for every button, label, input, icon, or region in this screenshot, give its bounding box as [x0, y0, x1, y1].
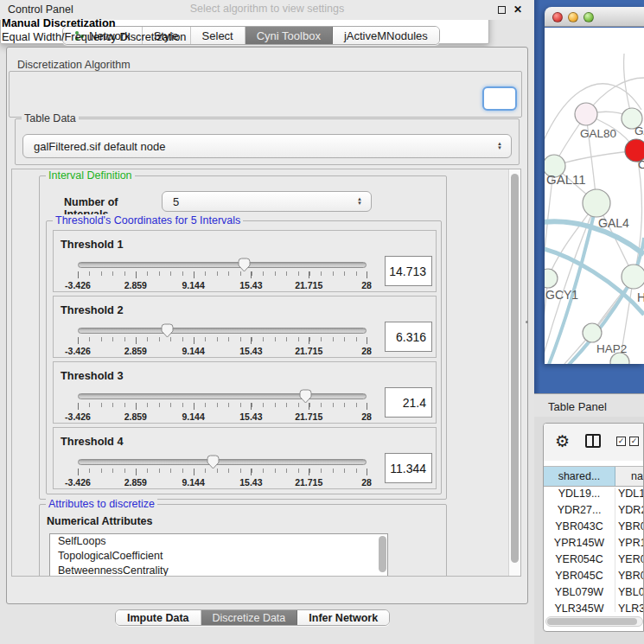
table-header-row: shared... na	[544, 466, 644, 487]
interval-definition-group: Interval Definition Number of Intervals …	[39, 175, 447, 500]
list-item[interactable]: TopologicalCoefficient	[50, 549, 387, 564]
table-row[interactable]: YPR145WYPR14	[544, 537, 644, 553]
tick-label: 28	[361, 280, 372, 290]
major-tick	[309, 337, 309, 344]
threshold-slider[interactable]: -3.4262.8599.14415.4321.71528	[78, 391, 367, 422]
node-label-c: C	[638, 158, 644, 171]
node-hap2[interactable]	[583, 323, 602, 342]
node-gal80[interactable]	[575, 103, 597, 125]
major-tick	[309, 271, 309, 278]
gear-icon[interactable]: ⚙	[555, 431, 570, 451]
algorithm-combobox-focus-ring[interactable]	[482, 86, 517, 111]
major-tick	[309, 403, 309, 410]
slider-track[interactable]	[78, 328, 367, 334]
table-row[interactable]: YLR345WYLR34	[544, 603, 644, 612]
table-row[interactable]: YBR043CYBR04	[544, 520, 644, 537]
tab-select[interactable]: Select	[191, 27, 245, 44]
slider-track[interactable]	[78, 262, 367, 268]
tick-label: 21.715	[295, 411, 322, 422]
slider-minor-ticks	[78, 337, 367, 345]
table-row[interactable]: YDL19...YDL19	[544, 488, 644, 504]
numerical-attributes-list[interactable]: SelfLoops TopologicalCoefficient Between…	[49, 533, 388, 577]
tab-impute-data[interactable]: Impute Data	[116, 610, 201, 625]
tick-label: -3.426	[65, 346, 91, 356]
major-tick	[367, 469, 367, 475]
tab-cyni-toolbox[interactable]: Cyni Toolbox	[245, 27, 333, 44]
table-data-combobox[interactable]: galFiltered.sif default node ▲▼	[22, 134, 512, 158]
slider-track[interactable]	[78, 459, 367, 465]
table-row[interactable]: YER054CYER05	[544, 553, 644, 570]
threshold-value-field[interactable]: 6.316	[385, 322, 432, 352]
major-tick	[251, 403, 252, 410]
major-tick	[136, 403, 137, 410]
network-view-window: GAL80 GA C GAL11 GAL4 GCY1 H HAP2	[545, 7, 644, 364]
slider-thumb[interactable]	[299, 389, 312, 404]
slider-thumb[interactable]	[161, 323, 174, 338]
tab-jactivemnodules[interactable]: jActiveMNodules	[333, 27, 439, 44]
checkbox-icon[interactable]: ✓	[616, 437, 626, 446]
attribute-table: ⚙ ✓ ✓ shared... na YDL19...YDL19 YDR27..…	[543, 423, 644, 632]
slider-track[interactable]	[78, 393, 367, 399]
tick-label: 15.43	[239, 346, 262, 356]
minimize-traffic-light-icon[interactable]	[568, 12, 578, 22]
major-tick	[78, 403, 79, 410]
slider-thumb[interactable]	[238, 258, 251, 272]
slider-thumb[interactable]	[207, 455, 220, 469]
network-canvas[interactable]: GAL80 GA C GAL11 GAL4 GCY1 H HAP2	[545, 28, 644, 364]
table-panel-title: Table Panel	[548, 400, 607, 413]
threshold-panel-3: Threshold 3-3.4262.8599.14415.4321.71528…	[53, 361, 437, 424]
dropdown-item-manual[interactable]: Manual Discretization	[2, 16, 116, 29]
list-item[interactable]: BetweennessCentrality	[50, 564, 387, 577]
scrollbar-thumb[interactable]	[547, 618, 637, 625]
tick-label: 2.859	[124, 346, 147, 356]
major-tick	[194, 469, 194, 475]
thresholds-group-title: Threshold's Coordinates for 5 Intervals	[53, 214, 243, 226]
thresholds-group: Threshold's Coordinates for 5 Intervals …	[46, 220, 442, 494]
tick-label: 21.715	[295, 346, 322, 356]
column-header-name[interactable]: na	[615, 467, 644, 486]
table-row[interactable]: YDR27...YDR27	[544, 504, 644, 520]
threshold-value-field[interactable]: 21.4	[385, 387, 432, 418]
table-row[interactable]: YBL079WYBL07	[544, 586, 644, 603]
threshold-label: Threshold 3	[61, 369, 124, 382]
major-tick	[78, 271, 79, 278]
node-h[interactable]	[622, 265, 644, 289]
major-tick	[78, 337, 79, 344]
splitter-grip[interactable]	[526, 321, 528, 323]
major-tick	[309, 469, 309, 475]
tick-label: 21.715	[295, 477, 322, 488]
table-panel-area: ⚙ ✓ ✓ shared... na YDL19...YDL19 YDR27..…	[534, 417, 644, 644]
zoom-traffic-light-icon[interactable]	[583, 12, 594, 22]
tick-label: -3.426	[65, 411, 91, 422]
tick-label: 15.43	[239, 411, 262, 422]
attributes-group-title: Attributes to discretize	[46, 498, 157, 510]
threshold-slider[interactable]: -3.4262.8599.14415.4321.71528	[78, 456, 367, 488]
settings-vertical-scrollbar[interactable]	[508, 169, 520, 576]
threshold-slider[interactable]: -3.4262.8599.14415.4321.71528	[78, 325, 367, 356]
tab-infer-network[interactable]: Infer Network	[297, 610, 389, 625]
table-data-value: galFiltered.sif default node	[23, 140, 494, 153]
node-label-h: H	[637, 290, 644, 304]
dropdown-item-equal-width[interactable]: Equal Width/Frequency Discretization	[2, 30, 186, 43]
node-label-gcy1: GCY1	[545, 288, 578, 302]
threshold-value-field[interactable]: 14.713	[385, 256, 432, 286]
major-tick	[367, 271, 367, 278]
threshold-slider[interactable]: -3.4262.8599.14415.4321.71528	[78, 259, 367, 290]
list-scrollbar-thumb[interactable]	[379, 536, 386, 572]
scrollbar-thumb[interactable]	[511, 174, 519, 563]
split-columns-icon[interactable]	[585, 434, 601, 448]
node-gal4[interactable]	[583, 189, 610, 217]
tab-discretize-data[interactable]: Discretize Data	[201, 610, 298, 625]
node-gcy1[interactable]	[545, 269, 558, 288]
checkbox-icon[interactable]: ✓	[629, 437, 639, 446]
column-header-shared-name[interactable]: shared...	[544, 467, 615, 486]
dropdown-hint: Select algorithm to view settings	[0, 3, 534, 15]
table-horizontal-scrollbar[interactable]	[545, 616, 643, 627]
network-window-titlebar[interactable]	[545, 7, 644, 27]
close-traffic-light-icon[interactable]	[552, 12, 563, 22]
table-row[interactable]: YBR045CYBR04	[544, 570, 644, 586]
tick-label: 9.144	[182, 477, 204, 488]
number-of-intervals-combobox[interactable]: 5 ▲▼	[162, 191, 372, 212]
list-item[interactable]: SelfLoops	[50, 534, 387, 549]
threshold-value-field[interactable]: 11.344	[385, 453, 432, 483]
